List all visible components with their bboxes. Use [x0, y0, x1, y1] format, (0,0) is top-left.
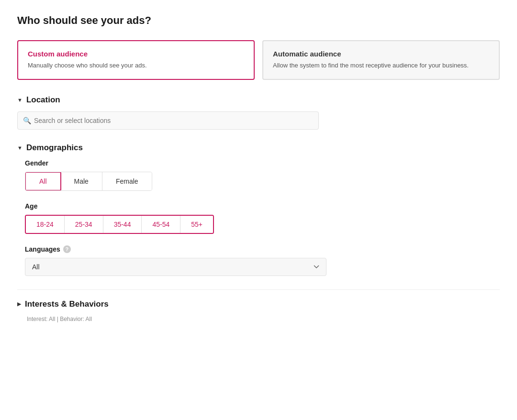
gender-subsection: Gender All Male Female — [17, 159, 500, 191]
age-25-34-button[interactable]: 25-34 — [65, 216, 103, 233]
location-search-input[interactable] — [17, 111, 319, 130]
custom-audience-desc: Manually choose who should see your ads. — [28, 61, 244, 70]
gender-all-button[interactable]: All — [25, 172, 61, 191]
age-35-44-button[interactable]: 35-44 — [103, 216, 142, 233]
age-label: Age — [25, 202, 500, 210]
age-group: 18-24 25-34 35-44 45-54 55+ — [25, 215, 214, 234]
demographics-section-header[interactable]: ▼ Demographics — [17, 143, 500, 153]
custom-audience-card[interactable]: Custom audience Manually choose who shou… — [17, 40, 255, 80]
interests-chevron-icon: ▶ — [17, 301, 21, 307]
interests-divider — [17, 289, 500, 290]
gender-label: Gender — [25, 159, 500, 167]
automatic-audience-title: Automatic audience — [273, 50, 489, 58]
demographics-chevron-icon: ▼ — [17, 145, 22, 151]
languages-select[interactable]: All — [25, 258, 326, 276]
languages-label-wrapper: Languages ? — [25, 245, 500, 253]
gender-female-button[interactable]: Female — [102, 172, 152, 190]
interests-section-title: Interests & Behaviors — [25, 299, 109, 309]
location-section: ▼ Location 🔍 — [17, 95, 500, 130]
gender-toggle-group: All Male Female — [25, 172, 152, 191]
age-55-plus-button[interactable]: 55+ — [180, 216, 213, 233]
languages-subsection: Languages ? All — [17, 245, 500, 276]
interests-meta: Interest: All | Behavior: All — [17, 316, 500, 322]
interests-section-header[interactable]: ▶ Interests & Behaviors — [17, 299, 500, 309]
page-title: Who should see your ads? — [17, 14, 500, 27]
location-section-header[interactable]: ▼ Location — [17, 95, 500, 105]
gender-male-button[interactable]: Male — [61, 172, 102, 190]
location-chevron-icon: ▼ — [17, 97, 22, 103]
languages-help-icon[interactable]: ? — [63, 245, 71, 253]
audience-options: Custom audience Manually choose who shou… — [17, 40, 500, 80]
automatic-audience-card[interactable]: Automatic audience Allow the system to f… — [262, 40, 500, 80]
search-icon: 🔍 — [23, 117, 31, 124]
age-18-24-button[interactable]: 18-24 — [26, 216, 65, 233]
custom-audience-title: Custom audience — [28, 50, 244, 58]
age-45-54-button[interactable]: 45-54 — [142, 216, 180, 233]
location-section-title: Location — [26, 95, 60, 105]
demographics-section-title: Demographics — [26, 143, 83, 153]
automatic-audience-desc: Allow the system to find the most recept… — [273, 61, 489, 70]
languages-label-text: Languages — [25, 245, 60, 253]
age-subsection: Age 18-24 25-34 35-44 45-54 55+ — [17, 202, 500, 234]
interests-section: ▶ Interests & Behaviors Interest: All | … — [17, 289, 500, 322]
demographics-section: ▼ Demographics Gender All Male Female Ag… — [17, 143, 500, 276]
location-search-wrapper: 🔍 — [17, 111, 500, 130]
